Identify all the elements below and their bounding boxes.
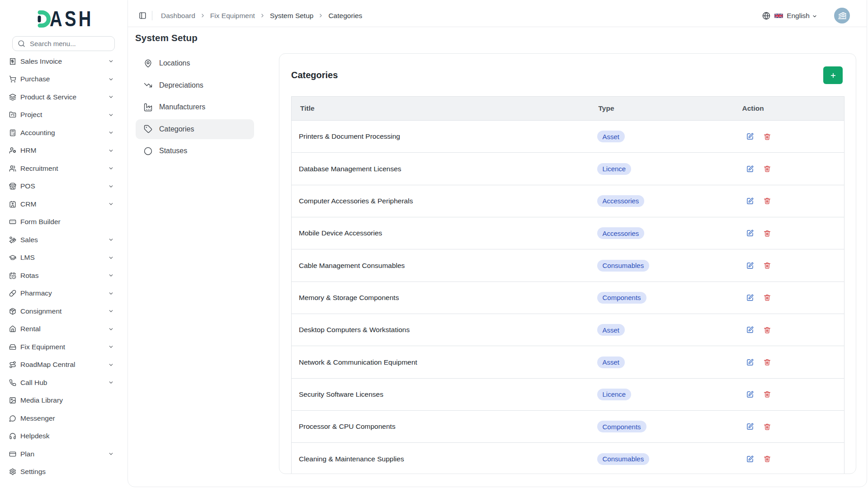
svg-text:ASH: ASH [50, 9, 91, 28]
